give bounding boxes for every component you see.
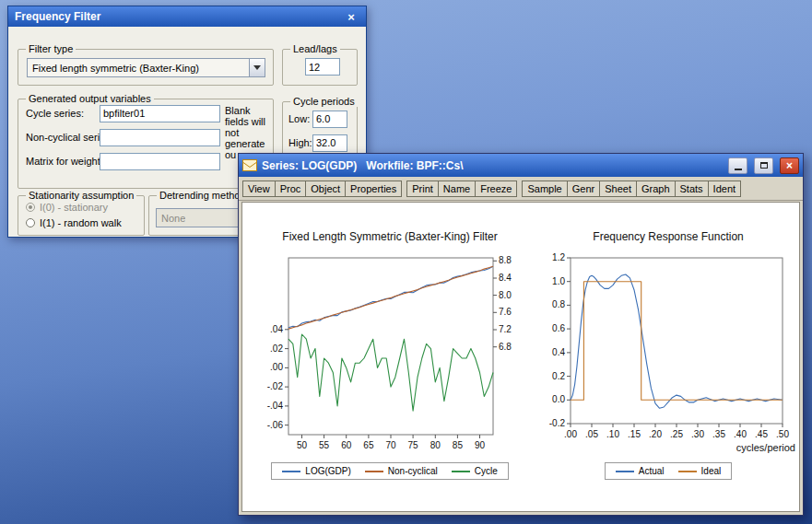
blank-fields-note: Blank fields will not generate ou bbox=[225, 105, 275, 160]
toolbar-genr-button[interactable]: Genr bbox=[567, 180, 600, 197]
svg-text:.40: .40 bbox=[734, 429, 747, 439]
svg-text:0.4: 0.4 bbox=[552, 347, 565, 357]
series-window: Series: LOG(GDP) Workfile: BPF::Cs\ × Vi… bbox=[238, 153, 804, 516]
radio-i1-label: I(1) - random walk bbox=[40, 217, 122, 228]
legend-item: LOG(GDP) bbox=[282, 466, 350, 476]
svg-text:1.2: 1.2 bbox=[552, 252, 565, 262]
svg-text:-0.2: -0.2 bbox=[549, 418, 566, 428]
lead-lags-input[interactable] bbox=[305, 58, 340, 76]
svg-text:.15: .15 bbox=[628, 429, 641, 439]
toolbar-sample-button[interactable]: Sample bbox=[522, 180, 567, 197]
svg-text:-.06: -.06 bbox=[267, 420, 284, 430]
minimize-button[interactable] bbox=[728, 157, 747, 174]
toolbar-properties-button[interactable]: Properties bbox=[345, 180, 402, 197]
high-input[interactable] bbox=[312, 134, 347, 152]
desktop: Frequency Filter × Filter type Fixed len… bbox=[0, 0, 812, 524]
svg-text:cycles/period: cycles/period bbox=[736, 442, 795, 453]
stationarity-group: Stationarity assumption I(0) - stationar… bbox=[18, 195, 145, 236]
toolbar-object-button[interactable]: Object bbox=[305, 180, 346, 197]
toolbar-ident-button[interactable]: Ident bbox=[708, 180, 741, 197]
bk-filter-plot: 505560657075808590.04.02.00-.02-.04-.068… bbox=[252, 250, 528, 455]
bk-filter-chart: Fixed Length Symmetric (Baxter-King) Fil… bbox=[242, 203, 537, 511]
filter-type-label: Filter type bbox=[26, 43, 76, 54]
svg-text:.30: .30 bbox=[691, 429, 704, 439]
cycle-periods-label: Cycle periods bbox=[290, 96, 358, 107]
legend-swatch bbox=[282, 471, 300, 472]
noncyclical-series-input[interactable] bbox=[100, 129, 220, 146]
svg-text:60: 60 bbox=[341, 440, 352, 450]
legend-item: Non-cyclical bbox=[365, 466, 438, 476]
dialog-title: Frequency Filter bbox=[15, 10, 100, 23]
window-titlebar[interactable]: Series: LOG(GDP) Workfile: BPF::Cs\ × bbox=[239, 154, 803, 177]
svg-text:65: 65 bbox=[363, 440, 374, 450]
cycle-series-row: Cycle series: bbox=[26, 108, 84, 119]
svg-text:70: 70 bbox=[385, 440, 396, 450]
svg-text:.35: .35 bbox=[712, 429, 725, 439]
stationarity-label: Stationarity assumption bbox=[26, 190, 136, 201]
chevron-down-icon[interactable] bbox=[249, 59, 265, 76]
svg-text:.00: .00 bbox=[564, 429, 577, 439]
radio-selected-icon bbox=[26, 203, 35, 212]
legend-item: Actual bbox=[616, 466, 665, 476]
close-icon[interactable]: × bbox=[343, 10, 359, 24]
filter-type-group: Filter type Fixed length symmetric (Baxt… bbox=[18, 49, 274, 86]
svg-text:8.8: 8.8 bbox=[499, 255, 512, 265]
svg-text:85: 85 bbox=[453, 440, 464, 450]
svg-text:.20: .20 bbox=[649, 429, 662, 439]
output-variables-group: Generated output variables Cycle series:… bbox=[18, 99, 274, 189]
svg-text:0.0: 0.0 bbox=[552, 394, 565, 404]
window-toolbar: View Proc Object Properties Print Name F… bbox=[239, 177, 803, 201]
toolbar-print-button[interactable]: Print bbox=[406, 180, 439, 197]
svg-text:75: 75 bbox=[408, 440, 419, 450]
radio-i0-label: I(0) - stationary bbox=[40, 202, 108, 213]
legend: Actual Ideal bbox=[605, 462, 732, 480]
radio-i0-stationary: I(0) - stationary bbox=[26, 202, 108, 213]
graph-panel: Fixed Length Symmetric (Baxter-King) Fil… bbox=[241, 202, 800, 512]
svg-text:.45: .45 bbox=[755, 429, 768, 439]
legend-swatch bbox=[616, 471, 634, 472]
restore-icon bbox=[760, 162, 768, 169]
legend-swatch bbox=[365, 471, 383, 472]
toolbar-graph-button[interactable]: Graph bbox=[636, 180, 676, 197]
high-row: High: bbox=[288, 137, 312, 148]
cycle-series-input[interactable] bbox=[100, 105, 220, 122]
toolbar-sheet-button[interactable]: Sheet bbox=[599, 180, 637, 197]
matrix-weights-input[interactable] bbox=[100, 153, 220, 170]
chart-title: Fixed Length Symmetric (Baxter-King) Fil… bbox=[282, 230, 497, 243]
close-button[interactable]: × bbox=[780, 157, 799, 174]
svg-text:1.0: 1.0 bbox=[552, 276, 565, 286]
high-label: High: bbox=[288, 137, 312, 148]
svg-text:0.8: 0.8 bbox=[552, 299, 565, 309]
svg-text:0.2: 0.2 bbox=[552, 371, 565, 381]
legend-swatch bbox=[678, 471, 697, 472]
legend-item: Cycle bbox=[452, 466, 498, 476]
svg-text:90: 90 bbox=[475, 440, 486, 450]
svg-text:.02: .02 bbox=[270, 344, 283, 354]
svg-text:8.4: 8.4 bbox=[499, 273, 512, 283]
matrix-weights-label: Matrix for weights: bbox=[26, 156, 108, 167]
filter-type-select[interactable]: Fixed length symmetric (Baxter-King) bbox=[27, 58, 265, 77]
toolbar-proc-button[interactable]: Proc bbox=[275, 180, 307, 197]
legend-item: Ideal bbox=[678, 466, 722, 476]
svg-text:.10: .10 bbox=[606, 429, 619, 439]
noncyclical-series-row: Non-cyclical series: bbox=[26, 132, 113, 143]
legend-label: Actual bbox=[639, 466, 665, 476]
radio-i1-random-walk[interactable]: I(1) - random walk bbox=[26, 217, 122, 228]
svg-text:.05: .05 bbox=[585, 429, 598, 439]
toolbar-view-button[interactable]: View bbox=[242, 180, 276, 197]
toolbar-freeze-button[interactable]: Freeze bbox=[475, 180, 517, 197]
frequency-response-chart: Frequency Response Function .00.05.10.15… bbox=[537, 203, 799, 511]
svg-text:7.2: 7.2 bbox=[499, 324, 512, 334]
svg-text:.04: .04 bbox=[270, 324, 283, 334]
restore-button[interactable] bbox=[754, 157, 773, 174]
dialog-titlebar[interactable]: Frequency Filter × bbox=[8, 6, 366, 27]
toolbar-stats-button[interactable]: Stats bbox=[675, 180, 709, 197]
legend-label: Ideal bbox=[701, 466, 722, 476]
svg-text:.50: .50 bbox=[776, 429, 789, 439]
low-input[interactable] bbox=[312, 111, 347, 128]
svg-text:50: 50 bbox=[297, 440, 308, 450]
toolbar-name-button[interactable]: Name bbox=[438, 180, 476, 197]
legend-label: LOG(GDP) bbox=[305, 466, 350, 476]
svg-text:-.02: -.02 bbox=[267, 381, 284, 391]
legend: LOG(GDP) Non-cyclical Cycle bbox=[271, 462, 508, 480]
